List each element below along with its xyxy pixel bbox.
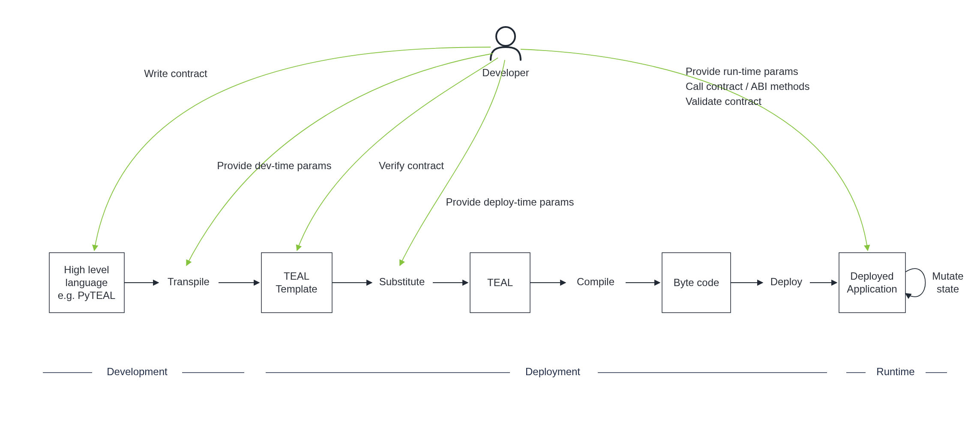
node-bytecode-line1: Byte code xyxy=(674,277,719,288)
node-hll-line2: language xyxy=(66,277,108,288)
label-runtime-2: Call contract / ABI methods xyxy=(686,81,809,92)
node-hll-line1: High level xyxy=(64,264,109,275)
node-deployed xyxy=(839,253,905,313)
label-write-contract: Write contract xyxy=(144,68,207,79)
label-dev-params: Provide dev-time params xyxy=(217,160,332,171)
arrow-verify-contract xyxy=(297,58,498,251)
label-compile: Compile xyxy=(577,276,614,287)
node-deployed-line2: Application xyxy=(847,283,897,295)
label-transpile: Transpile xyxy=(168,276,210,287)
label-runtime-3: Validate contract xyxy=(686,96,761,107)
label-deploy: Deploy xyxy=(770,276,803,287)
phase-development: Development xyxy=(43,366,244,377)
developer-label: Developer xyxy=(482,67,529,78)
label-verify-contract: Verify contract xyxy=(379,160,444,171)
label-substitute: Substitute xyxy=(379,276,425,287)
arrow-mutate-state xyxy=(905,269,926,296)
phase-deployment: Deployment xyxy=(266,366,827,377)
label-runtime-1: Provide run-time params xyxy=(686,66,798,77)
arrow-runtime xyxy=(521,49,868,251)
svg-text:Runtime: Runtime xyxy=(876,366,914,377)
node-deployed-line1: Deployed xyxy=(850,270,893,282)
svg-text:Development: Development xyxy=(107,366,168,377)
node-teal-template xyxy=(261,253,332,313)
label-deploy-params: Provide deploy-time params xyxy=(446,196,574,208)
node-teal-line1: TEAL xyxy=(487,277,513,288)
developer-icon xyxy=(491,27,521,60)
node-teal-template-line2: Template xyxy=(276,283,317,295)
svg-point-0 xyxy=(496,27,515,46)
phase-runtime: Runtime xyxy=(846,366,947,377)
node-teal-template-line1: TEAL xyxy=(284,270,309,282)
node-hll-line3: e.g. PyTEAL xyxy=(58,290,116,301)
svg-text:Deployment: Deployment xyxy=(525,366,580,377)
label-mutate-1: Mutate xyxy=(932,270,963,282)
label-mutate-2: state xyxy=(937,283,959,295)
